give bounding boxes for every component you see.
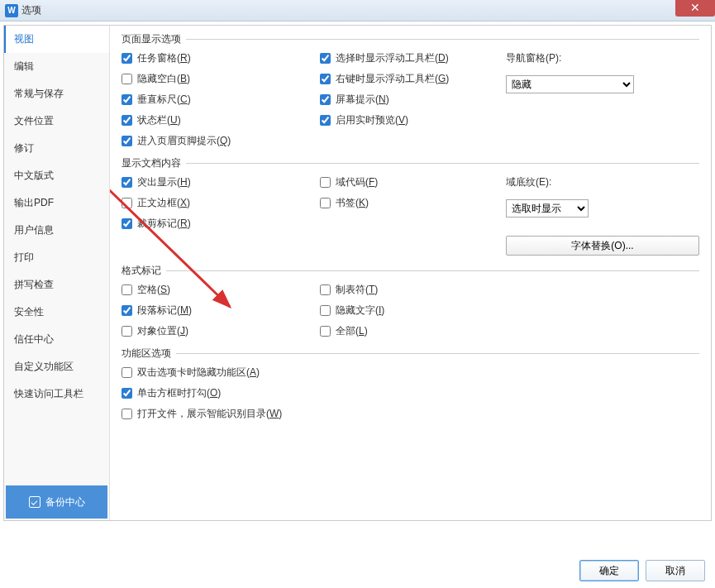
group-doc-content: 显示文档内容 突出显示(H)正文边框(X)裁剪标记(R) 域代码(F)书签(K)… [122, 156, 699, 256]
dialog-body: 视图编辑常规与保存文件位置修订中文版式输出PDF用户信息打印拼写检查安全性信任中… [3, 25, 712, 521]
nav-pane-label: 导航窗格(P): [506, 51, 699, 65]
doc-content-2-checkbox[interactable] [122, 218, 132, 229]
cancel-button[interactable]: 取消 [646, 560, 705, 581]
close-button[interactable]: ✕ [675, 0, 715, 17]
sidebar-item-12[interactable]: 自定义功能区 [4, 353, 109, 380]
doc-content-2-label[interactable]: 裁剪标记(R) [137, 217, 191, 231]
doc-content-1-row: 书签(K) [320, 196, 498, 210]
doc-content-1-checkbox[interactable] [320, 198, 331, 208]
page-display-4-row: 进入页眉页脚提示(Q) [122, 134, 312, 148]
font-substitution-button[interactable]: 字体替换(O)... [506, 236, 699, 256]
sidebar-item-10[interactable]: 安全性 [4, 299, 109, 326]
page-display-0-checkbox[interactable] [122, 53, 132, 64]
sidebar-item-13[interactable]: 快速访问工具栏 [4, 380, 109, 408]
doc-content-2-row: 裁剪标记(R) [122, 217, 312, 231]
page-display-1-checkbox[interactable] [320, 74, 331, 84]
page-display-3-label[interactable]: 状态栏(U) [137, 113, 181, 127]
format-marks-1-label[interactable]: 隐藏文字(I) [336, 304, 384, 318]
doc-content-1-row: 正文边框(X) [122, 196, 312, 210]
legend-doc-content: 显示文档内容 [122, 156, 186, 170]
format-marks-1-checkbox[interactable] [122, 305, 132, 316]
ok-button[interactable]: 确定 [579, 560, 639, 581]
format-marks-1-label[interactable]: 段落标记(M) [137, 304, 192, 318]
page-display-2-row: 垂直标尺(C) [122, 93, 312, 107]
page-display-1-label[interactable]: 隐藏空白(B) [137, 72, 190, 86]
field-shading-select[interactable]: 选取时显示 [506, 199, 589, 218]
page-display-2-checkbox[interactable] [320, 94, 331, 105]
page-display-3-row: 启用实时预览(V) [320, 113, 498, 127]
titlebar: W 选项 ✕ [0, 0, 715, 22]
format-marks-0-label[interactable]: 制表符(T) [336, 283, 378, 297]
nav-list: 视图编辑常规与保存文件位置修订中文版式输出PDF用户信息打印拼写检查安全性信任中… [4, 26, 109, 484]
doc-content-1-label[interactable]: 正文边框(X) [137, 196, 190, 210]
ribbon-2-checkbox[interactable] [122, 409, 132, 419]
page-display-0-label[interactable]: 选择时显示浮动工具栏(D) [336, 51, 449, 65]
ribbon-1-row: 单击方框时打勾(O) [122, 386, 699, 400]
page-display-4-label[interactable]: 进入页眉页脚提示(Q) [137, 134, 231, 148]
format-marks-2-checkbox[interactable] [122, 326, 132, 337]
format-marks-2-label[interactable]: 全部(L) [336, 324, 368, 338]
doc-content-0-row: 域代码(F) [320, 175, 498, 189]
doc-content-1-checkbox[interactable] [122, 198, 132, 208]
doc-content-0-label[interactable]: 突出显示(H) [137, 175, 191, 189]
dialog-title: 选项 [21, 3, 41, 17]
field-shading-label: 域底纹(E): [506, 175, 699, 189]
ribbon-0-label[interactable]: 双击选项卡时隐藏功能区(A) [137, 366, 260, 380]
ribbon-0-row: 双击选项卡时隐藏功能区(A) [122, 366, 699, 380]
page-display-2-checkbox[interactable] [122, 94, 132, 105]
format-marks-0-label[interactable]: 空格(S) [137, 283, 170, 297]
page-display-2-row: 屏幕提示(N) [320, 93, 498, 107]
format-marks-0-checkbox[interactable] [122, 284, 132, 295]
sidebar-item-4[interactable]: 修订 [4, 135, 109, 162]
backup-center-button[interactable]: 备份中心 [6, 485, 107, 519]
sidebar-item-11[interactable]: 信任中心 [4, 326, 109, 353]
page-display-0-checkbox[interactable] [320, 53, 331, 64]
page-display-3-label[interactable]: 启用实时预览(V) [336, 113, 408, 127]
ribbon-1-checkbox[interactable] [122, 388, 132, 399]
sidebar-item-0[interactable]: 视图 [4, 26, 109, 53]
nav-pane-select[interactable]: 隐藏 [506, 75, 634, 93]
sidebar-item-9[interactable]: 拼写检查 [4, 271, 109, 299]
doc-content-0-row: 突出显示(H) [122, 175, 312, 189]
doc-content-0-label[interactable]: 域代码(F) [336, 175, 378, 189]
sidebar-item-1[interactable]: 编辑 [4, 53, 109, 80]
page-display-2-label[interactable]: 屏幕提示(N) [336, 93, 389, 107]
format-marks-1-row: 段落标记(M) [122, 304, 312, 318]
page-display-0-row: 选择时显示浮动工具栏(D) [320, 51, 498, 65]
sidebar: 视图编辑常规与保存文件位置修订中文版式输出PDF用户信息打印拼写检查安全性信任中… [4, 26, 110, 520]
page-display-1-checkbox[interactable] [122, 74, 132, 84]
group-ribbon: 功能区选项 双击选项卡时隐藏功能区(A)单击方框时打勾(O)打开文件，展示智能识… [122, 347, 699, 421]
legend-format-marks: 格式标记 [122, 264, 166, 278]
format-marks-2-label[interactable]: 对象位置(J) [137, 324, 188, 338]
page-display-1-row: 右键时显示浮动工具栏(G) [320, 72, 498, 86]
sidebar-item-3[interactable]: 文件位置 [4, 108, 109, 135]
doc-content-0-checkbox[interactable] [122, 177, 132, 188]
format-marks-1-checkbox[interactable] [320, 305, 331, 316]
doc-content-1-label[interactable]: 书签(K) [336, 196, 369, 210]
ribbon-1-label[interactable]: 单击方框时打勾(O) [137, 386, 221, 400]
doc-content-0-checkbox[interactable] [320, 177, 331, 188]
page-display-0-row: 任务窗格(R) [122, 51, 312, 65]
backup-label: 备份中心 [45, 495, 85, 509]
format-marks-0-checkbox[interactable] [320, 284, 331, 295]
content-panel: 页面显示选项 任务窗格(R)隐藏空白(B)垂直标尺(C)状态栏(U)进入页眉页脚… [110, 26, 711, 520]
page-display-3-checkbox[interactable] [320, 115, 331, 126]
ribbon-0-checkbox[interactable] [122, 367, 132, 378]
page-display-1-label[interactable]: 右键时显示浮动工具栏(G) [336, 72, 449, 86]
page-display-2-label[interactable]: 垂直标尺(C) [137, 93, 191, 107]
sidebar-item-2[interactable]: 常规与保存 [4, 80, 109, 108]
legend-ribbon: 功能区选项 [122, 347, 176, 361]
sidebar-item-7[interactable]: 用户信息 [4, 217, 109, 244]
page-display-4-checkbox[interactable] [122, 136, 132, 146]
page-display-0-label[interactable]: 任务窗格(R) [137, 51, 191, 65]
page-display-1-row: 隐藏空白(B) [122, 72, 312, 86]
legend-page-display: 页面显示选项 [122, 32, 186, 46]
sidebar-item-8[interactable]: 打印 [4, 244, 109, 271]
sidebar-item-5[interactable]: 中文版式 [4, 162, 109, 189]
format-marks-2-checkbox[interactable] [320, 326, 331, 337]
ribbon-2-label[interactable]: 打开文件，展示智能识别目录(W) [137, 407, 282, 421]
sidebar-item-6[interactable]: 输出PDF [4, 189, 109, 217]
page-display-3-checkbox[interactable] [122, 115, 132, 126]
page-display-3-row: 状态栏(U) [122, 113, 312, 127]
format-marks-1-row: 隐藏文字(I) [320, 304, 498, 318]
